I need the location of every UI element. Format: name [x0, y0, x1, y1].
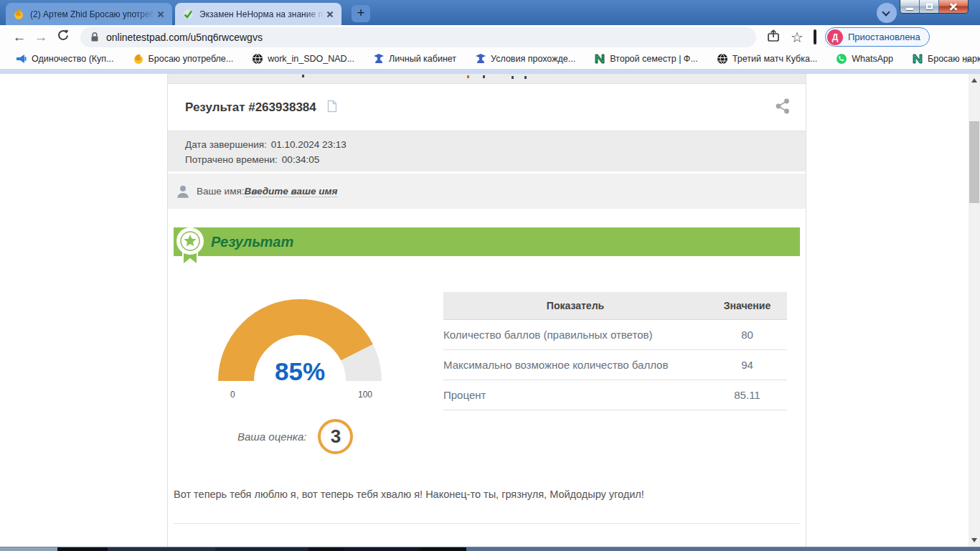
- tab-close-icon[interactable]: [155, 9, 166, 20]
- info-label: Потрачено времени:: [185, 154, 278, 165]
- row-label: Максимально возможное количество баллов: [443, 349, 707, 380]
- tab-title: Экзамен НеНорма на знание пр: [199, 9, 324, 19]
- bookmark-item[interactable]: Личный кабинет: [373, 53, 456, 65]
- bookmark-item[interactable]: work_in_SDO_NAD...: [252, 53, 354, 65]
- time-spent-row: Потрачено времени:00:34:05: [185, 152, 788, 167]
- bookmark-item[interactable]: Условия прохожде...: [475, 53, 575, 65]
- sync-status-label: Приостановлена: [848, 32, 920, 42]
- table-header-row: Показатель Значение: [443, 292, 787, 319]
- cutoff-title-fragments: [302, 75, 304, 77]
- url-text: onlinetestpad.com/u5nq6rwcewgvs: [106, 32, 263, 43]
- reload-button[interactable]: [52, 29, 73, 45]
- user-name-row: Ваше имя: Введите ваше имя: [168, 174, 806, 209]
- gauge-chart: 85% 0 100: [217, 297, 382, 410]
- share-page-button[interactable]: [766, 29, 781, 46]
- row-value: 80: [707, 319, 787, 349]
- gauge-ticks: 0 100: [217, 386, 382, 400]
- bookmark-item[interactable]: Одиночество (Куп...: [16, 53, 114, 65]
- banner-title: Результат: [174, 227, 800, 256]
- profile-chip[interactable]: Д Приостановлена: [825, 27, 930, 47]
- rosette-badge-icon: [174, 225, 206, 268]
- maximize-button[interactable]: [920, 0, 939, 13]
- name-input-placeholder[interactable]: Введите ваше имя: [245, 186, 338, 197]
- share-nodes-icon: [774, 98, 791, 115]
- gauge-max-label: 100: [358, 390, 372, 400]
- globe-icon: [252, 53, 263, 65]
- tab-search-button[interactable]: [877, 3, 897, 23]
- chevron-down-icon: [882, 8, 890, 16]
- name-label: Ваше имя:: [197, 186, 245, 197]
- table-row: Процент 85.11: [443, 380, 787, 410]
- page-scrollbar[interactable]: [969, 74, 980, 547]
- grade-label: Ваша оценка:: [237, 430, 306, 443]
- avatar: Д: [827, 29, 843, 45]
- scroll-down-icon[interactable]: [971, 538, 977, 542]
- result-page: Результат #263938384 Дата завершения:01.…: [167, 74, 806, 547]
- info-label: Дата завершения:: [185, 139, 267, 150]
- divider: [174, 523, 800, 524]
- info-value: 01.10.2024 23:13: [271, 139, 347, 150]
- scrollbar-thumb[interactable]: [969, 121, 979, 203]
- back-button[interactable]: ←: [9, 29, 30, 45]
- side-panel-icon: [814, 29, 816, 44]
- row-value: 94: [707, 349, 787, 380]
- score-table: Показатель Значение Количество баллов (п…: [443, 292, 787, 410]
- result-banner: Результат: [174, 227, 800, 256]
- row-label: Количество баллов (правильных ответов): [443, 319, 707, 349]
- copy-icon: [326, 100, 337, 113]
- bookmark-item[interactable]: Бросаю употребле...: [133, 53, 234, 65]
- bookmarks-overflow-button[interactable]: »: [964, 53, 970, 65]
- window-controls: [900, 0, 969, 14]
- tab-onlinetestpad[interactable]: Экзамен НеНорма на знание пр: [175, 3, 341, 25]
- table-header-indicator: Показатель: [443, 292, 707, 319]
- bookmark-star-button[interactable]: ☆: [791, 29, 804, 46]
- gauge-min-label: 0: [230, 390, 235, 400]
- lock-icon: [90, 32, 99, 42]
- browser-titlebar: (2) Артем Zhid Бросаю употребл Экзамен Н…: [0, 0, 980, 25]
- gauge-center-label: 85%: [217, 357, 382, 386]
- share-icon: [766, 29, 781, 43]
- result-body: 85% 0 100 Показатель Значение Количество…: [168, 256, 806, 410]
- person-icon: [175, 184, 191, 199]
- row-label: Процент: [443, 380, 707, 410]
- page-title: Результат #263938384: [185, 100, 316, 115]
- close-window-button[interactable]: [939, 0, 968, 13]
- info-value: 00:34:05: [282, 154, 320, 165]
- n-letter-icon: [594, 53, 606, 65]
- grade-badge: 3: [318, 419, 353, 454]
- chrome-bottom-strip: [0, 69, 980, 74]
- globe-icon: [717, 53, 728, 65]
- address-bar[interactable]: onlinetestpad.com/u5nq6rwcewgvs: [80, 27, 756, 47]
- bookmark-item[interactable]: Второй семестр | Ф...: [594, 53, 698, 65]
- table-header-value: Значение: [707, 292, 787, 319]
- tab-messenger[interactable]: (2) Артем Zhid Бросаю употребл: [6, 3, 172, 25]
- cutoff-page-title: [168, 74, 806, 84]
- bookmark-item[interactable]: Третий матч Кубка...: [717, 53, 818, 65]
- messenger-icon: [13, 9, 24, 20]
- tab-close-icon[interactable]: [324, 9, 336, 20]
- forward-button[interactable]: →: [30, 29, 52, 45]
- feedback-text: Вот теперь тебя люблю я, вот теперь тебя…: [174, 489, 800, 500]
- student-icon: [475, 53, 486, 65]
- result-header: Результат #263938384: [168, 84, 806, 131]
- table-row: Максимально возможное количество баллов …: [443, 349, 787, 380]
- bookmarks-bar: Одиночество (Куп... Бросаю употребле... …: [0, 49, 980, 69]
- taskbar-edge: [0, 547, 980, 551]
- browser-toolbar: ← → onlinetestpad.com/u5nq6rwcewgvs ☆ Д …: [0, 25, 980, 49]
- share-result-button[interactable]: [774, 98, 791, 118]
- table-row: Количество баллов (правильных ответов) 8…: [443, 319, 787, 349]
- n-letter-icon: [912, 53, 923, 65]
- copy-result-id-button[interactable]: [326, 100, 337, 116]
- whatsapp-icon: [836, 53, 847, 65]
- bookmark-item[interactable]: WhatsApp: [836, 53, 893, 65]
- testpad-icon: [182, 9, 194, 20]
- scroll-up-icon[interactable]: [971, 78, 977, 83]
- side-panel-button[interactable]: [814, 31, 816, 44]
- minimize-button[interactable]: [900, 0, 920, 13]
- student-icon: [373, 53, 385, 65]
- tab-title: (2) Артем Zhid Бросаю употребл: [30, 9, 155, 19]
- new-tab-button[interactable]: +: [352, 5, 370, 22]
- completion-info: Дата завершения:01.10.2024 23:13 Потраче…: [168, 131, 806, 171]
- messenger-icon: [133, 53, 144, 65]
- grade-row: Ваша оценка: 3: [237, 419, 806, 454]
